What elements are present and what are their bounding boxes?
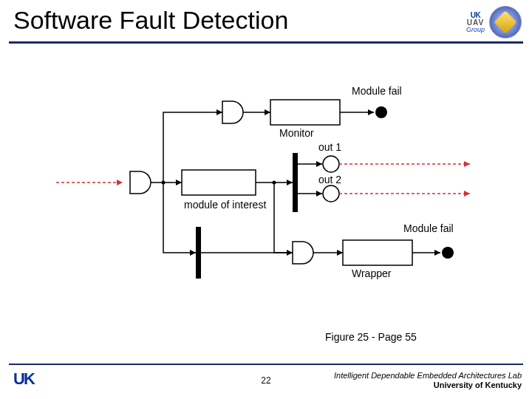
slide-title: Software Fault Detection: [13, 6, 288, 35]
slide: Software Fault Detection UK UAV Group: [0, 0, 532, 399]
university-name: University of Kentucky: [434, 381, 522, 389]
place-out2: [323, 185, 339, 202]
lab-credit: Intelligent Dependable Embedded Architec…: [334, 371, 522, 390]
svg-marker-9: [316, 161, 322, 167]
module-fail-top-label: Module fail: [352, 85, 402, 97]
svg-marker-22: [190, 250, 196, 256]
uav-logo-group: Group: [466, 27, 485, 33]
svg-marker-1: [117, 180, 123, 185]
uav-logo-uav: UAV: [466, 19, 485, 27]
svg-marker-25: [337, 250, 343, 256]
transition-bar-bottom: [196, 227, 201, 279]
transition-d1: [130, 171, 151, 194]
module-fail-bottom-label: Module fail: [403, 222, 454, 234]
svg-marker-20: [368, 109, 374, 115]
module-fail-top-place: [375, 106, 387, 118]
out1-label: out 1: [318, 141, 341, 153]
uav-group-logo: UK UAV Group: [466, 12, 485, 33]
transition-d-monitor: [222, 101, 243, 123]
svg-marker-6: [287, 180, 293, 185]
svg-marker-13: [316, 191, 322, 197]
transition-d-wrapper: [293, 242, 313, 264]
petri-net-diagram: module of interest out 1 out 2: [56, 61, 476, 304]
uav-logo-uk: UK: [466, 12, 485, 19]
svg-marker-18: [265, 109, 270, 115]
wrapper-label: Wrapper: [352, 267, 392, 279]
monitor-box: [270, 100, 340, 125]
wrapper-box: [343, 240, 412, 265]
idea-lab-badge-icon: [489, 6, 522, 38]
header-logos: UK UAV Group: [466, 6, 522, 38]
monitor-label: Monitor: [279, 127, 314, 139]
svg-marker-15: [464, 191, 470, 197]
place-out1: [323, 156, 339, 172]
svg-marker-16: [216, 109, 222, 115]
svg-marker-11: [464, 161, 470, 167]
module-fail-bottom-place: [442, 247, 454, 259]
out2-label: out 2: [318, 174, 341, 185]
figure-caption: Figure 25 - Page 55: [325, 331, 417, 343]
transition-bar-center: [293, 153, 298, 212]
title-underline: [9, 41, 523, 44]
svg-marker-3: [176, 180, 182, 185]
lab-name: Intelligent Dependable Embedded Architec…: [334, 371, 522, 380]
svg-marker-27: [434, 250, 440, 256]
module-of-interest-box: [182, 170, 256, 195]
footer-divider: [9, 364, 523, 365]
module-of-interest-label: module of interest: [184, 199, 266, 211]
